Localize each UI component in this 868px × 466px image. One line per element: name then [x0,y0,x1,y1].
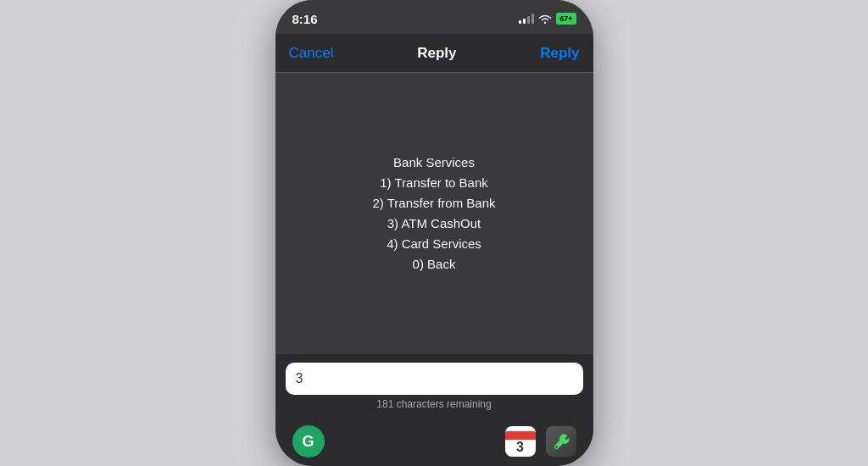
tools-button[interactable] [546,426,576,457]
status-bar: 8:16 67+ [275,0,593,34]
calendar-header [505,431,536,440]
nav-bar: Cancel Reply Reply [275,34,593,73]
reply-button[interactable]: Reply [540,45,579,62]
tools-icon [552,432,570,451]
svg-point-0 [555,446,557,447]
calendar-button[interactable]: 3 [505,426,536,457]
calendar-number: 3 [516,440,524,455]
wifi-icon [538,14,552,24]
status-time: 8:16 [292,12,318,26]
input-area: 181 characters remaining [275,354,593,419]
grammarly-label: G [302,433,314,451]
message-bubble: Bank Services 1) Transfer to Bank 2) Tra… [372,153,495,275]
battery-indicator: 67+ [556,13,576,25]
message-area: Bank Services 1) Transfer to Bank 2) Tra… [275,73,593,354]
bottom-toolbar: G 3 [275,419,593,466]
nav-title: Reply [417,45,456,62]
char-count: 181 characters remaining [286,395,583,415]
message-line-3: 2) Transfer from Bank [372,193,495,214]
cancel-button[interactable]: Cancel [289,45,334,62]
message-line-5: 4) Card Services [372,234,495,254]
signal-bars-icon [519,14,534,24]
message-line-1: Bank Services [372,153,495,173]
status-icons: 67+ [519,13,576,25]
message-line-4: 3) ATM CashOut [372,214,495,234]
reply-input[interactable] [286,363,583,395]
message-line-6: 0) Back [372,254,495,275]
phone-frame: 8:16 67+ Cancel Reply Reply Bank Service… [275,0,593,466]
message-line-2: 1) Transfer to Bank [372,173,495,193]
grammarly-button[interactable]: G [292,425,325,458]
